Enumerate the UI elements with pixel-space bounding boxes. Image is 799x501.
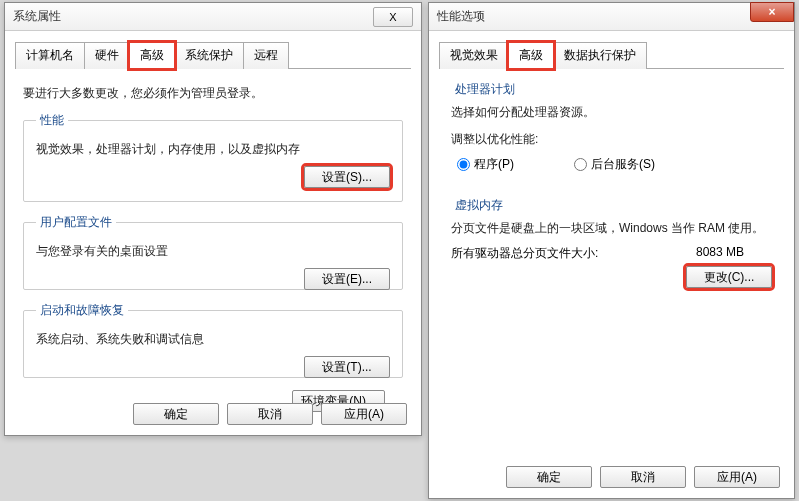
radio-programs[interactable]: 程序(P) bbox=[457, 156, 514, 173]
ok-button[interactable]: 确定 bbox=[133, 403, 219, 425]
group-processor-title: 处理器计划 bbox=[451, 81, 519, 98]
ok-button[interactable]: 确定 bbox=[506, 466, 592, 488]
group-user-profiles-title: 用户配置文件 bbox=[36, 214, 116, 231]
radio-background-label: 后台服务(S) bbox=[591, 156, 655, 173]
startup-recovery-settings-button[interactable]: 设置(T)... bbox=[304, 356, 390, 378]
group-startup-recovery-title: 启动和故障恢复 bbox=[36, 302, 128, 319]
radio-background[interactable]: 后台服务(S) bbox=[574, 156, 655, 173]
radio-programs-label: 程序(P) bbox=[474, 156, 514, 173]
performance-settings-button[interactable]: 设置(S)... bbox=[304, 166, 390, 188]
tab-hardware[interactable]: 硬件 bbox=[84, 42, 130, 69]
tabs-system-properties: 计算机名 硬件 高级 系统保护 远程 bbox=[15, 41, 411, 69]
close-icon: X bbox=[389, 11, 396, 23]
group-vm-title: 虚拟内存 bbox=[451, 197, 507, 214]
close-button[interactable]: X bbox=[373, 7, 413, 27]
dialog-bottom-buttons: 确定 取消 应用(A) bbox=[506, 466, 780, 488]
cancel-button[interactable]: 取消 bbox=[227, 403, 313, 425]
processor-radio-row: 程序(P) 后台服务(S) bbox=[457, 156, 772, 173]
close-button[interactable]: × bbox=[750, 2, 794, 22]
apply-button[interactable]: 应用(A) bbox=[694, 466, 780, 488]
close-icon: × bbox=[768, 5, 775, 19]
group-vm-desc: 分页文件是硬盘上的一块区域，Windows 当作 RAM 使用。 bbox=[451, 220, 772, 237]
vm-size-value: 8083 MB bbox=[696, 245, 772, 262]
vm-change-button[interactable]: 更改(C)... bbox=[686, 266, 772, 288]
apply-button[interactable]: 应用(A) bbox=[321, 403, 407, 425]
tab-visual-effects[interactable]: 视觉效果 bbox=[439, 42, 509, 69]
content-perf-advanced: 处理器计划 选择如何分配处理器资源。 调整以优化性能: 程序(P) 后台服务(S… bbox=[429, 69, 794, 314]
tabs-performance-options: 视觉效果 高级 数据执行保护 bbox=[439, 41, 784, 69]
vm-size-label: 所有驱动器总分页文件大小: bbox=[451, 245, 696, 262]
user-profiles-settings-button[interactable]: 设置(E)... bbox=[304, 268, 390, 290]
group-processor-desc: 选择如何分配处理器资源。 bbox=[451, 104, 772, 121]
radio-programs-input[interactable] bbox=[457, 158, 470, 171]
group-user-profiles: 用户配置文件 与您登录有关的桌面设置 设置(E)... bbox=[23, 214, 403, 290]
group-processor-scheduling: 处理器计划 选择如何分配处理器资源。 调整以优化性能: 程序(P) 后台服务(S… bbox=[447, 81, 776, 185]
dialog-title: 系统属性 bbox=[13, 8, 373, 25]
tab-advanced[interactable]: 高级 bbox=[129, 42, 175, 69]
tab-remote[interactable]: 远程 bbox=[243, 42, 289, 69]
group-performance-desc: 视觉效果，处理器计划，内存使用，以及虚拟内存 bbox=[36, 141, 390, 158]
group-startup-recovery-desc: 系统启动、系统失败和调试信息 bbox=[36, 331, 390, 348]
group-processor-opt-label: 调整以优化性能: bbox=[451, 131, 772, 148]
dialog-bottom-buttons: 确定 取消 应用(A) bbox=[133, 403, 407, 425]
content-advanced: 要进行大多数更改，您必须作为管理员登录。 性能 视觉效果，处理器计划，内存使用，… bbox=[5, 69, 421, 424]
group-performance-title: 性能 bbox=[36, 112, 68, 129]
tab-computer-name[interactable]: 计算机名 bbox=[15, 42, 85, 69]
system-properties-dialog: 系统属性 X 计算机名 硬件 高级 系统保护 远程 要进行大多数更改，您必须作为… bbox=[4, 2, 422, 436]
tab-system-protection[interactable]: 系统保护 bbox=[174, 42, 244, 69]
dialog-title: 性能选项 bbox=[437, 8, 786, 25]
radio-background-input[interactable] bbox=[574, 158, 587, 171]
cancel-button[interactable]: 取消 bbox=[600, 466, 686, 488]
group-startup-recovery: 启动和故障恢复 系统启动、系统失败和调试信息 设置(T)... bbox=[23, 302, 403, 378]
titlebar[interactable]: 性能选项 × bbox=[429, 3, 794, 31]
tab-dep[interactable]: 数据执行保护 bbox=[553, 42, 647, 69]
group-performance: 性能 视觉效果，处理器计划，内存使用，以及虚拟内存 设置(S)... bbox=[23, 112, 403, 202]
tab-advanced[interactable]: 高级 bbox=[508, 42, 554, 69]
group-virtual-memory: 虚拟内存 分页文件是硬盘上的一块区域，Windows 当作 RAM 使用。 所有… bbox=[447, 197, 776, 290]
group-user-profiles-desc: 与您登录有关的桌面设置 bbox=[36, 243, 390, 260]
admin-note: 要进行大多数更改，您必须作为管理员登录。 bbox=[23, 85, 403, 102]
titlebar[interactable]: 系统属性 X bbox=[5, 3, 421, 31]
performance-options-dialog: 性能选项 × 视觉效果 高级 数据执行保护 处理器计划 选择如何分配处理器资源。… bbox=[428, 2, 795, 499]
